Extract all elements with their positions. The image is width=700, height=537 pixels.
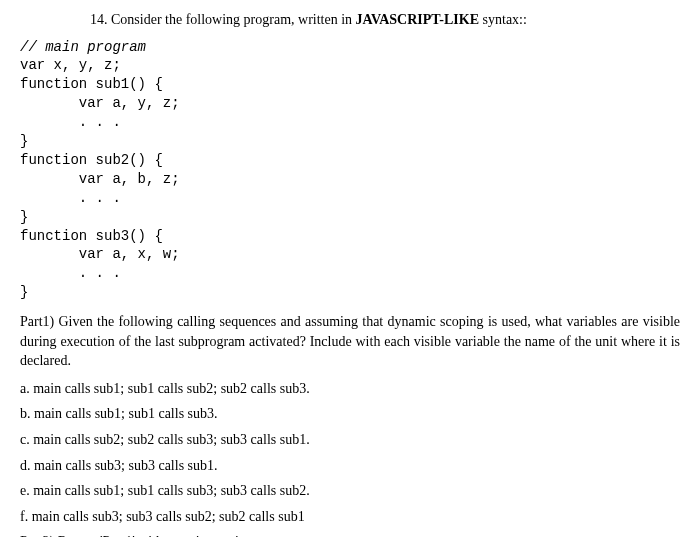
code-line: var x, y, z; [20,57,121,73]
code-line: function sub3() { [20,228,163,244]
question-intro: 14. Consider the following program, writ… [20,10,680,30]
list-item: c. main calls sub2; sub2 calls sub3; sub… [20,430,680,450]
code-line: } [20,209,28,225]
code-block: // main program var x, y, z; function su… [20,38,680,302]
code-line: } [20,284,28,300]
part2-text: Part2) Repeat 'Part1' with a static scop… [20,532,680,537]
bold-syntax-name: JAVASCRIPT-LIKE [356,12,479,27]
code-line: . . . [20,190,121,206]
code-line: var a, x, w; [20,246,180,262]
code-line: } [20,133,28,149]
list-item: e. main calls sub1; sub1 calls sub3; sub… [20,481,680,501]
code-line: function sub1() { [20,76,163,92]
question-number: 14. [90,12,108,27]
code-line: var a, b, z; [20,171,180,187]
list-item: f. main calls sub3; sub3 calls sub2; sub… [20,507,680,527]
part1-text: Part1) Given the following calling seque… [20,312,680,371]
calling-sequence-list: a. main calls sub1; sub1 calls sub2; sub… [20,379,680,527]
list-item: a. main calls sub1; sub1 calls sub2; sub… [20,379,680,399]
list-item: d. main calls sub3; sub3 calls sub1. [20,456,680,476]
code-comment: // main program [20,39,146,55]
intro-text-before: Consider the following program, written … [108,12,356,27]
code-line: . . . [20,114,121,130]
code-line: function sub2() { [20,152,163,168]
code-line: . . . [20,265,121,281]
intro-text-after: syntax:: [479,12,527,27]
list-item: b. main calls sub1; sub1 calls sub3. [20,404,680,424]
code-line: var a, y, z; [20,95,180,111]
